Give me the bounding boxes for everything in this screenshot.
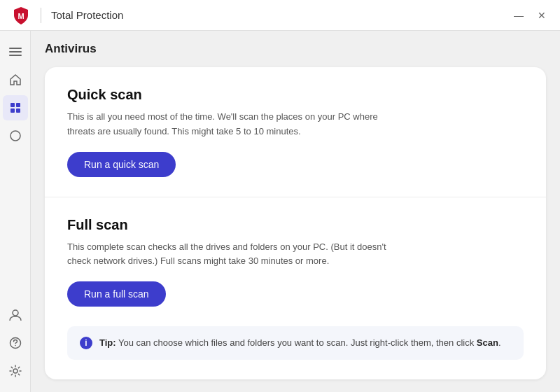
sidebar-item-settings[interactable] bbox=[3, 358, 28, 384]
full-scan-description: This complete scan checks all the drives… bbox=[67, 240, 403, 270]
quick-scan-button[interactable]: Run a quick scan bbox=[67, 152, 176, 177]
quick-scan-title: Quick scan bbox=[67, 87, 524, 103]
svg-point-12 bbox=[13, 369, 18, 373]
tip-scan-label: Scan bbox=[477, 337, 498, 348]
svg-rect-1 bbox=[9, 48, 22, 49]
mcafee-shield-icon: M bbox=[11, 6, 31, 25]
app-body: Antivirus Quick scan This is all you nee… bbox=[0, 31, 560, 392]
settings-icon bbox=[9, 365, 22, 377]
minimize-button[interactable]: — bbox=[511, 9, 526, 22]
sidebar bbox=[0, 31, 31, 392]
sidebar-item-antivirus[interactable] bbox=[3, 95, 28, 120]
close-button[interactable]: ✕ bbox=[535, 9, 549, 22]
svg-point-9 bbox=[13, 310, 18, 316]
home-icon bbox=[9, 74, 22, 86]
title-bar-controls: — ✕ bbox=[511, 9, 549, 22]
svg-rect-4 bbox=[10, 103, 15, 107]
main-content: Antivirus Quick scan This is all you nee… bbox=[31, 31, 560, 392]
grid-icon bbox=[9, 102, 22, 114]
title-bar-left: M Total Protection bbox=[11, 6, 123, 25]
title-separator bbox=[41, 8, 41, 23]
svg-rect-6 bbox=[10, 108, 15, 113]
tip-icon: i bbox=[80, 337, 92, 349]
full-scan-section: Full scan This complete scan checks all … bbox=[67, 217, 524, 307]
section-divider bbox=[45, 197, 546, 197]
tip-bold-label: Tip: bbox=[99, 337, 116, 348]
tip-period: . bbox=[498, 337, 501, 348]
sidebar-item-menu[interactable] bbox=[3, 39, 28, 64]
svg-rect-5 bbox=[16, 103, 20, 107]
tip-text: Tip: You can choose which files and fold… bbox=[99, 336, 501, 350]
tip-box: i Tip: You can choose which files and fo… bbox=[67, 326, 524, 360]
menu-icon bbox=[9, 46, 22, 58]
title-bar: M Total Protection — ✕ bbox=[0, 0, 560, 31]
circle-icon bbox=[9, 130, 22, 142]
help-icon bbox=[9, 337, 22, 349]
svg-rect-3 bbox=[9, 55, 22, 56]
full-scan-button[interactable]: Run a full scan bbox=[67, 281, 166, 307]
account-icon bbox=[9, 309, 22, 321]
quick-scan-description: This is all you need most of the time. W… bbox=[67, 110, 403, 139]
page-title: Antivirus bbox=[45, 42, 546, 56]
svg-rect-2 bbox=[9, 51, 22, 52]
scan-card: Quick scan This is all you need most of … bbox=[45, 67, 546, 379]
tip-body-text: You can choose which files and folders y… bbox=[116, 337, 477, 348]
full-scan-title: Full scan bbox=[67, 217, 524, 233]
sidebar-bottom bbox=[3, 302, 28, 384]
quick-scan-section: Quick scan This is all you need most of … bbox=[67, 87, 524, 177]
svg-text:M: M bbox=[18, 12, 24, 20]
svg-point-8 bbox=[10, 131, 20, 141]
sidebar-item-account[interactable] bbox=[3, 302, 28, 328]
product-title: Total Protection bbox=[51, 9, 123, 21]
sidebar-item-help[interactable] bbox=[3, 330, 28, 356]
svg-point-11 bbox=[15, 345, 16, 346]
svg-rect-7 bbox=[16, 108, 20, 113]
sidebar-item-circle[interactable] bbox=[3, 123, 28, 148]
mcafee-logo: M bbox=[11, 6, 31, 25]
sidebar-item-home[interactable] bbox=[3, 67, 28, 92]
